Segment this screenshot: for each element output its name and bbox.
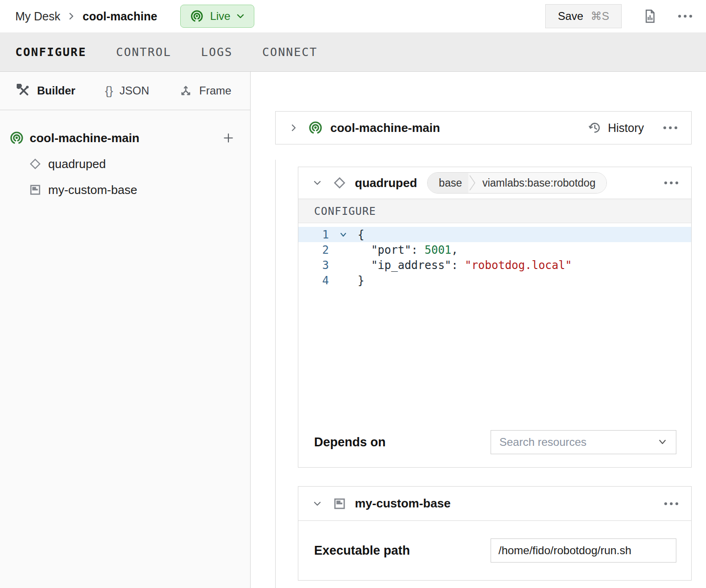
machine-tab-bar: CONFIGURE CONTROL LOGS CONNECT [0,32,706,72]
breadcrumb: My Desk cool-machine [15,10,157,23]
header-more-menu-button[interactable] [678,15,692,18]
add-resource-button[interactable] [221,130,236,146]
code-line[interactable]: 1 { [298,227,691,242]
attributes-json-editor[interactable]: 1 { 2 "port": 5001, 3 "ip [298,223,691,417]
header-actions: Save ⌘S [545,4,692,28]
quadruped-card: quadruped base viamlabs:base:robotdog CO… [298,167,692,468]
component-type-label: base [428,173,468,193]
configure-sidebar: Builder {} JSON Frame [0,72,251,588]
chevron-down-icon [657,438,668,446]
badge-chevron-icon [468,173,477,193]
search-resources-input[interactable] [499,436,657,449]
live-status-label: Live [210,10,230,23]
machine-report-button[interactable] [643,9,657,24]
configure-main-panel: cool-machine-main History [251,72,706,588]
custom-base-card-header: my-custom-base [298,487,691,521]
mode-tab-frame[interactable]: Frame [179,84,231,98]
mode-tab-builder[interactable]: Builder [17,84,76,98]
live-status-dropdown[interactable]: Live [180,5,254,28]
tools-icon [17,84,31,98]
fold-chevron-icon[interactable] [329,231,358,238]
tab-control[interactable]: CONTROL [116,45,171,59]
plus-icon [222,132,234,144]
machine-card: cool-machine-main History [275,111,692,144]
component-model-label: viamlabs:base:robotdog [477,173,606,193]
machine-card-menu-button[interactable] [663,126,677,129]
custom-base-card-menu-button[interactable] [664,502,678,505]
line-number: 1 [298,228,329,241]
history-clock-icon [588,121,602,135]
mode-tab-json-label: JSON [120,84,149,97]
quadruped-card-menu-button[interactable] [664,181,678,184]
executable-path-input[interactable] [491,538,676,563]
code-line[interactable]: 2 "port": 5001, [298,242,691,257]
code-line[interactable]: 3 "ip_address": "robotdog.local" [298,257,691,273]
chevron-down-icon [236,13,245,19]
machine-live-icon [9,131,24,145]
app-header: My Desk cool-machine Live Save ⌘S [0,0,706,32]
ellipsis-icon [664,502,678,505]
live-broadcast-icon [190,9,204,23]
quadruped-card-title: quadruped [355,176,417,190]
custom-base-card-title: my-custom-base [355,496,451,511]
document-chart-icon [643,9,657,24]
configure-section-label: CONFIGURE [298,199,691,223]
tree-item-machine[interactable]: cool-machine-main [9,125,236,151]
ellipsis-icon [664,181,678,184]
tree-item-custom-base[interactable]: my-custom-base [9,177,236,203]
code-text: { [358,228,364,241]
line-number: 2 [298,244,329,256]
save-shortcut-hint: ⌘S [591,10,609,23]
chevron-down-icon[interactable] [312,179,322,187]
component-diamond-icon [29,157,42,170]
tree-item-custom-base-label: my-custom-base [48,183,137,197]
history-button-label: History [608,121,644,135]
component-diamond-icon [333,176,347,190]
custom-base-card: my-custom-base Executable path [298,486,692,581]
code-line[interactable]: 4 } [298,273,691,288]
machine-card-title: cool-machine-main [330,121,440,135]
save-button-label: Save [558,10,583,23]
executable-path-row: Executable path [298,521,691,580]
ellipsis-icon [663,126,677,129]
mode-tab-json[interactable]: {} JSON [105,84,149,98]
code-text: } [358,274,364,287]
tab-connect[interactable]: CONNECT [262,45,317,59]
tab-configure[interactable]: CONFIGURE [15,45,86,59]
code-text: "ip_address": "robotdog.local" [358,259,572,272]
depends-on-select[interactable] [491,430,676,454]
tree-item-quadruped[interactable]: quadruped [9,151,236,177]
depends-on-label: Depends on [314,435,386,450]
breadcrumb-parent[interactable]: My Desk [15,10,60,23]
module-icon [29,183,42,196]
breadcrumb-separator-icon [68,12,75,21]
line-number: 3 [298,259,329,272]
save-button[interactable]: Save ⌘S [545,4,622,28]
line-number: 4 [298,274,329,287]
quadruped-card-header: quadruped base viamlabs:base:robotdog [298,167,691,199]
machine-children-group: quadruped base viamlabs:base:robotdog CO… [275,160,692,588]
mode-tab-frame-label: Frame [199,84,231,97]
sidebar-mode-tabs: Builder {} JSON Frame [0,72,250,110]
tree-item-machine-label: cool-machine-main [30,131,139,145]
component-type-badge: base viamlabs:base:robotdog [427,172,607,194]
module-icon [333,497,347,511]
chevron-down-icon[interactable] [312,500,322,508]
braces-icon: {} [105,84,113,98]
mode-tab-builder-label: Builder [37,84,76,97]
frame-axes-icon [179,84,193,98]
resource-tree: cool-machine-main quadruped [0,110,250,203]
code-text: "port": 5001, [358,244,458,256]
machine-live-icon [308,120,323,135]
history-button[interactable]: History [588,121,644,135]
tree-item-quadruped-label: quadruped [48,157,106,171]
tab-logs[interactable]: LOGS [201,45,233,59]
executable-path-label: Executable path [314,544,410,558]
chevron-right-icon[interactable] [290,123,298,133]
ellipsis-icon [678,15,692,18]
depends-on-row: Depends on [298,417,691,467]
breadcrumb-current: cool-machine [82,10,157,23]
